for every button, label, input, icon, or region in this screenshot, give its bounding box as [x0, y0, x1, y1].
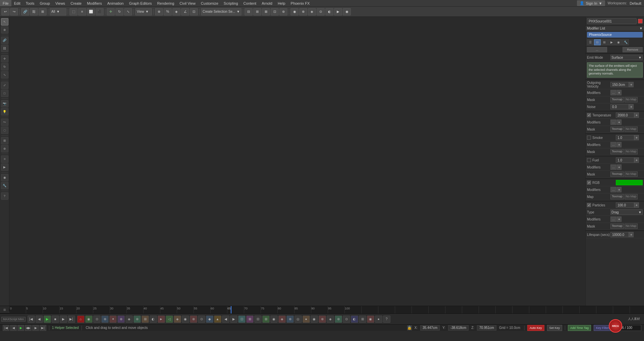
anim-btn-6[interactable]: ⊗ — [117, 315, 125, 323]
smoke-checkbox[interactable] — [587, 136, 591, 140]
menu-graph-editors[interactable]: Graph Editors — [126, 0, 155, 6]
rgb-color-swatch[interactable] — [616, 180, 643, 185]
left-tool-move[interactable]: ✛ — [1, 55, 8, 62]
menu-tools[interactable]: Tools — [23, 0, 37, 6]
no-map-btn-3[interactable]: No Map — [625, 149, 638, 154]
layer-dropdown[interactable]: All ▼ — [50, 8, 66, 15]
fuel-spinbox[interactable]: 1.0 — [616, 157, 634, 163]
left-tool-nurbs[interactable]: ◌ — [1, 127, 8, 134]
anim-btn-34[interactable]: ⊙ — [343, 315, 350, 323]
anim-btn-32[interactable]: ◈ — [327, 315, 334, 323]
redo-button[interactable]: ↪ — [10, 8, 18, 15]
play-btn[interactable]: ▶ — [44, 315, 51, 323]
modifiers-plus-btn-5[interactable]: + — [617, 187, 622, 192]
anim-btn-question[interactable]: ? — [383, 315, 390, 323]
left-tool-create[interactable]: ⊕ — [1, 26, 8, 34]
anim-btn-25[interactable]: ◉ — [270, 315, 278, 323]
auto-key-button[interactable]: Auto Key — [527, 325, 544, 331]
snap-toggle-btn[interactable]: ◈ — [172, 8, 180, 15]
schematic-view-btn[interactable]: ⊗ — [299, 8, 307, 15]
object-name-field[interactable] — [587, 18, 637, 24]
left-tool-spline[interactable]: 〜 — [1, 118, 8, 126]
anim-btn-3[interactable]: ⊙ — [93, 315, 101, 323]
temperature-plus-btn[interactable]: + — [634, 112, 639, 118]
maxscript-mini-label[interactable]: MAXScript Mini — [1, 317, 25, 322]
left-tool-cursor[interactable]: ↖ — [1, 18, 8, 26]
z-coord-value[interactable]: 70.951cm — [477, 325, 496, 331]
last-frame-btn[interactable]: ▶| — [40, 325, 46, 331]
angle-snap-btn[interactable]: ∠ — [181, 8, 189, 15]
set-key-button[interactable]: Set Key — [547, 325, 562, 331]
anim-btn-23[interactable]: ⊟ — [254, 315, 262, 323]
anim-btn-38[interactable]: ● — [375, 315, 382, 323]
mirror-btn[interactable]: ⊟ — [245, 8, 253, 15]
modifiers-plus-btn-2[interactable]: + — [617, 119, 622, 125]
stop-btn[interactable]: ■ — [52, 315, 59, 323]
curve-editor-btn[interactable]: ◉ — [290, 8, 299, 15]
texmap-btn-4[interactable]: Texmap — [610, 172, 624, 177]
left-tool-helpers[interactable]: ⊞ — [1, 137, 8, 144]
noise-plus-btn[interactable]: + — [629, 104, 634, 109]
menu-group[interactable]: Group — [37, 0, 53, 6]
lock-icon[interactable]: 🔒 — [407, 326, 412, 330]
anim-btn-1[interactable]: ⌂ — [77, 315, 85, 323]
play-anim-btn[interactable]: ▶ — [17, 325, 24, 331]
anim-btn-12[interactable]: ◁ — [166, 315, 173, 323]
left-tool-question[interactable]: ? — [1, 192, 8, 200]
rp-icon-modify[interactable]: ⊟ — [594, 39, 601, 45]
modifiers-dots-btn-1[interactable]: ... — [610, 90, 616, 95]
anim-btn-13[interactable]: ◈ — [174, 315, 181, 323]
menu-edit[interactable]: Edit — [11, 0, 23, 6]
texmap-btn-2[interactable]: Texmap — [610, 127, 624, 132]
anim-btn-31[interactable]: ⊗ — [319, 315, 326, 323]
anim-btn-5[interactable]: ✦ — [109, 315, 117, 323]
rp-icon-motion[interactable]: ▶ — [608, 39, 615, 45]
lifespan-plus-btn[interactable]: + — [629, 232, 634, 237]
menu-arnold[interactable]: Arnold — [259, 0, 275, 6]
select-object-btn[interactable]: ⬚ — [69, 8, 77, 15]
align-btn[interactable]: ⊞ — [253, 8, 261, 15]
phoenix-source-modifier[interactable]: PhoenixSource — [587, 32, 643, 38]
grid-btn[interactable]: ⊠ — [262, 8, 270, 15]
left-tool-reactor[interactable]: ⚛ — [1, 155, 8, 163]
menu-animation[interactable]: Animation — [105, 0, 126, 6]
modifiers-plus-btn-1[interactable]: + — [617, 90, 622, 95]
modifiers-dots-btn-3[interactable]: ... — [610, 142, 616, 147]
fuel-checkbox[interactable] — [587, 158, 591, 162]
menu-file[interactable]: File — [0, 0, 11, 6]
anim-btn-21[interactable]: ⊡ — [238, 315, 246, 323]
texmap-btn-5[interactable]: Texmap — [610, 224, 624, 229]
anim-btn-10[interactable]: ◐ — [150, 315, 157, 323]
previous-unique-key-btn[interactable]: |◀ — [28, 315, 35, 323]
left-tool-link[interactable]: 🔗 — [1, 37, 8, 44]
bind-space-warp[interactable]: ⊞ — [39, 8, 47, 15]
temperature-checkbox[interactable]: ✓ — [587, 113, 591, 117]
anim-btn-26[interactable]: ◈ — [278, 315, 286, 323]
anim-btn-15[interactable]: ⊗ — [190, 315, 197, 323]
no-map-btn-2[interactable]: No Map — [625, 127, 638, 132]
modifiers-dots-btn-6[interactable]: ... — [610, 216, 616, 222]
normal-align-btn[interactable]: ⊛ — [279, 8, 287, 15]
left-tool-scale[interactable]: ⤡ — [1, 71, 8, 79]
smoke-plus-btn[interactable]: + — [634, 135, 639, 140]
menu-views[interactable]: Views — [53, 0, 68, 6]
timeline-track[interactable]: 0 5 10 15 20 25 30 35 40 45 50 55 60 65 … — [9, 306, 644, 313]
left-tool-rotate[interactable]: ↻ — [1, 63, 8, 70]
particles-checkbox[interactable]: ✓ — [587, 203, 591, 207]
scale-btn[interactable]: ⤡ — [124, 8, 132, 15]
left-tool-select[interactable]: □ — [1, 90, 8, 97]
texmap-btn-map[interactable]: Texmap — [610, 194, 624, 199]
anim-btn-37[interactable]: ◉ — [367, 315, 374, 323]
view-dropdown[interactable]: View ▼ — [135, 8, 152, 15]
left-tool-utilities[interactable]: 🔧 — [1, 182, 8, 189]
select-link-button[interactable]: 🔗 — [21, 8, 29, 15]
modifiers-plus-btn-6[interactable]: + — [617, 216, 622, 222]
menu-phoenix-fx[interactable]: Phoenix FX — [288, 0, 313, 6]
anim-btn-20[interactable]: ▶ — [230, 315, 237, 323]
remove-modifier-button[interactable]: Remove — [623, 47, 643, 52]
undo-button[interactable]: ↩ — [1, 8, 9, 15]
rp-icon-display[interactable]: ◉ — [615, 39, 622, 45]
rotate-btn[interactable]: ↻ — [115, 8, 123, 15]
menu-help[interactable]: Help — [275, 0, 288, 6]
menu-civil-view[interactable]: Civil View — [177, 0, 198, 6]
